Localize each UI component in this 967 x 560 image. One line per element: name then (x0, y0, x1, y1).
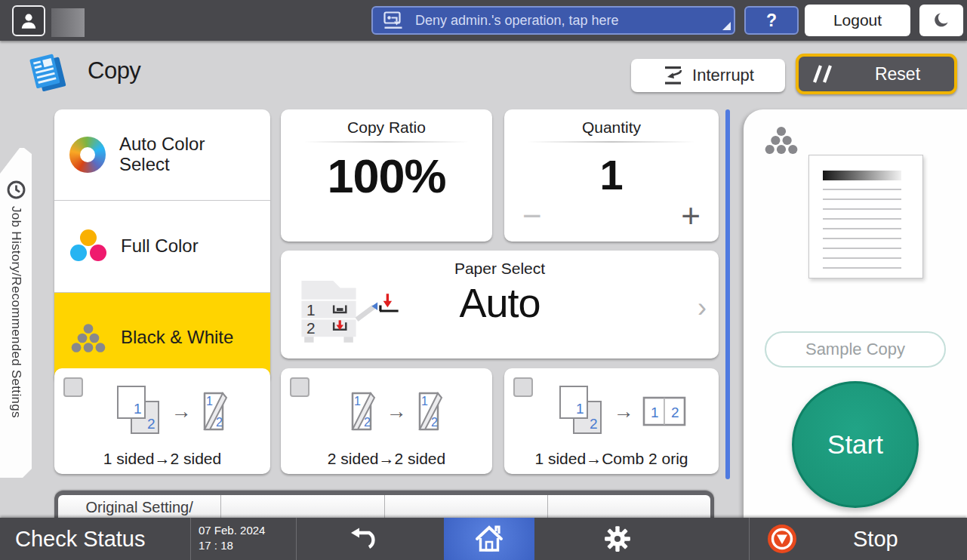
vertical-scrollbar[interactable] (725, 109, 730, 479)
status-badge (51, 8, 85, 37)
svg-text:1: 1 (354, 395, 361, 408)
job-history-tab-label: Job History/Recommended Settings (8, 206, 23, 418)
document-preview (808, 155, 923, 278)
date-text: 07 Feb. 2024 (199, 523, 265, 538)
copy-ratio-card[interactable]: Copy Ratio 100% (281, 109, 492, 242)
setting-button[interactable] (385, 495, 548, 518)
home-button[interactable] (444, 518, 534, 560)
color-mode-list: Auto Color Select Full Color Black & Whi… (54, 109, 270, 383)
divider (304, 141, 469, 143)
back-arrow-icon (346, 527, 379, 551)
reset-button[interactable]: Reset (796, 54, 957, 94)
logout-button[interactable]: Logout (805, 5, 910, 36)
duplex-icon-group: 1 2 → 1 2 (281, 379, 492, 444)
user-icon (19, 11, 38, 31)
duplex-option-1sided-2sided[interactable]: 2 1 → 1 2 1 sided→2 sided (54, 368, 270, 474)
duplex-option-label: 1 sided→2 sided (54, 450, 270, 468)
mode-auto-color-select[interactable]: Auto Color Select (54, 109, 270, 201)
help-button[interactable]: ? (744, 6, 799, 35)
two-sided-page-icon: 1 2 (199, 390, 231, 432)
divider (296, 518, 297, 560)
svg-text:1: 1 (421, 395, 428, 408)
setting-button[interactable] (221, 495, 384, 518)
single-sided-pages-icon: 2 1 (114, 384, 164, 438)
gear-icon (604, 525, 631, 552)
stop-icon (767, 524, 797, 554)
setting-button[interactable] (548, 495, 710, 518)
datetime-display: 07 Feb. 2024 17 : 18 (199, 523, 265, 554)
full-color-icon (69, 229, 107, 263)
home-icon (473, 524, 505, 554)
svg-text:2: 2 (216, 416, 223, 429)
admin-notification-banner[interactable]: Deny admin.'s operation, tap here (371, 6, 735, 35)
notification-fold-corner (722, 22, 731, 30)
arrow-icon: → (614, 400, 634, 423)
svg-text:2: 2 (671, 405, 679, 420)
moon-icon (932, 11, 950, 30)
duplex-icon-group: 2 1 → 1 2 (504, 379, 719, 444)
paper-select-value: Auto (459, 279, 540, 326)
tray-1-number: 1 (306, 301, 316, 318)
paper-select-label: Paper Select (454, 260, 545, 278)
copy-app-icon (26, 50, 69, 94)
arrow-icon: → (171, 400, 192, 423)
sleep-mode-button[interactable] (919, 5, 963, 36)
duplex-option-2sided-2sided[interactable]: 1 2 → 1 2 2 sided→2 sided (281, 368, 492, 474)
arrow-icon: → (386, 400, 407, 423)
two-sided-page-icon: 1 2 (347, 390, 379, 432)
duplex-icon-group: 2 1 → 1 2 (54, 379, 270, 444)
quantity-card[interactable]: Quantity 1 − + (504, 109, 719, 242)
user-login-button[interactable] (12, 5, 45, 36)
svg-text:2: 2 (431, 416, 438, 429)
paper-select-card[interactable]: Paper Select Auto › 1 2 (281, 251, 719, 358)
copier-touchscreen: Deny admin.'s operation, tap here ? Logo… (0, 0, 967, 560)
mode-label: Full Color (121, 236, 199, 257)
top-status-bar: Deny admin.'s operation, tap here ? Logo… (0, 0, 967, 41)
notification-text: Deny admin.'s operation, tap here (415, 13, 619, 29)
mode-full-color[interactable]: Full Color (54, 201, 270, 292)
back-button[interactable] (340, 524, 385, 554)
duplex-option-combine-2-originals[interactable]: 2 1 → 1 2 1 sided→Comb 2 orig (504, 368, 719, 474)
divider (749, 518, 750, 560)
time-text: 17 : 18 (199, 538, 265, 553)
stop-label: Stop (853, 527, 898, 552)
paper-tray-icon: 1 2 (293, 275, 408, 347)
settings-button[interactable] (601, 524, 634, 554)
copy-ratio-label: Copy Ratio (347, 118, 426, 137)
check-status-button[interactable]: Check Status (15, 518, 145, 560)
chevron-right-icon: › (698, 294, 707, 322)
svg-text:1: 1 (206, 395, 213, 408)
more-settings-row: Original Setting/ (54, 491, 714, 518)
quantity-label: Quantity (582, 118, 641, 137)
divider (528, 141, 695, 143)
reset-label: Reset (855, 64, 941, 85)
combine-page-icon: 1 2 (642, 395, 687, 428)
page-title: Copy (88, 51, 140, 91)
interrupt-label: Interrupt (692, 66, 754, 85)
mode-label: Black & White (121, 328, 233, 348)
svg-text:1: 1 (651, 405, 659, 420)
job-history-tab[interactable]: Job History/Recommended Settings (0, 148, 32, 478)
interrupt-icon (662, 65, 685, 86)
two-sided-page-icon: 1 2 (414, 390, 446, 432)
single-sided-pages-icon: 2 1 (556, 384, 606, 438)
quantity-increase-button[interactable]: + (681, 199, 701, 232)
start-button[interactable]: Start (792, 381, 919, 508)
quantity-decrease-button[interactable]: − (522, 199, 542, 232)
job-preview-panel: Sample Copy Start (744, 109, 967, 518)
copy-app-main: Copy Interrupt Reset Job History/Re (0, 41, 967, 518)
duplex-option-label: 2 sided→2 sided (281, 450, 492, 468)
mode-label: Auto Color Select (119, 134, 233, 175)
stop-button[interactable]: Stop (762, 518, 898, 560)
sample-copy-button[interactable]: Sample Copy (765, 331, 946, 368)
preview-gradient-bar (823, 171, 901, 180)
tray-2-number: 2 (306, 319, 316, 337)
original-setting-button[interactable]: Original Setting/ (58, 495, 221, 518)
duplex-option-label: 1 sided→Comb 2 orig (504, 450, 719, 468)
interrupt-button[interactable]: Interrupt (631, 59, 785, 92)
divider (190, 518, 191, 560)
admin-operation-icon (383, 11, 406, 29)
svg-text:2: 2 (364, 416, 371, 429)
quantity-value: 1 (599, 150, 623, 199)
black-white-indicator-icon (763, 126, 799, 155)
